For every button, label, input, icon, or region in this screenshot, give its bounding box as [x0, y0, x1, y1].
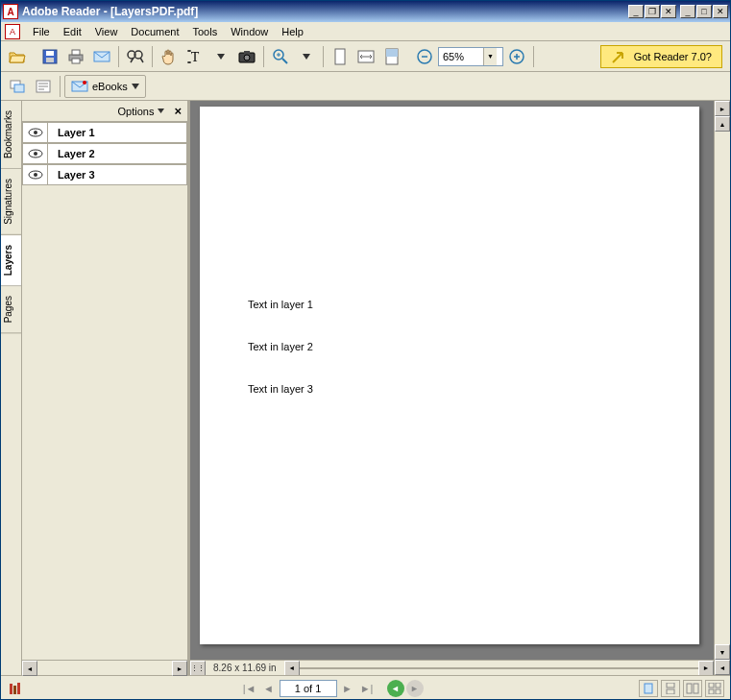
continuous-view-button[interactable]: [661, 680, 680, 697]
menu-window[interactable]: Window: [224, 24, 275, 39]
review-button[interactable]: [5, 74, 30, 99]
doc-window-controls: _ ❐ ✕: [628, 5, 676, 18]
app-maximize-button[interactable]: □: [696, 5, 712, 18]
toolbar-main: T ▼ Got Reader 7.0?: [1, 41, 730, 72]
page-container[interactable]: Text in layer 1 Text in layer 2 Text in …: [190, 101, 714, 660]
svg-rect-17: [386, 49, 398, 57]
svg-rect-35: [667, 683, 674, 688]
layer-item[interactable]: Layer 1: [22, 122, 187, 143]
svg-rect-36: [667, 689, 674, 694]
scroll-up-button[interactable]: ▲: [715, 116, 730, 132]
arrow-icon: [611, 49, 626, 64]
doc-close-button[interactable]: ✕: [661, 5, 676, 18]
svg-rect-31: [10, 684, 12, 694]
actual-size-button[interactable]: [379, 44, 404, 69]
zoom-select-arrow[interactable]: ▼: [483, 48, 497, 65]
tab-signatures[interactable]: Signatures: [1, 169, 21, 235]
facing-view-button[interactable]: [683, 680, 702, 697]
svg-rect-1: [46, 51, 54, 56]
promo-banner[interactable]: Got Reader 7.0?: [600, 45, 722, 68]
menu-file[interactable]: File: [26, 24, 57, 39]
first-page-button[interactable]: |◄: [241, 680, 258, 697]
print-button[interactable]: [63, 44, 88, 69]
zoom-input[interactable]: [443, 51, 483, 62]
layer-item[interactable]: Layer 2: [22, 143, 187, 164]
scroll-down-button[interactable]: ▼: [715, 644, 730, 660]
doc-restore-button[interactable]: ❐: [645, 5, 660, 18]
panel-close-button[interactable]: ×: [174, 104, 182, 118]
ebooks-icon: [71, 80, 88, 93]
back-view-button[interactable]: ◄: [387, 680, 404, 697]
hand-tool-button[interactable]: [157, 44, 182, 69]
snapshot-button[interactable]: [234, 44, 259, 69]
svg-rect-32: [13, 686, 16, 694]
visibility-toggle[interactable]: [23, 123, 48, 142]
prev-page-button[interactable]: ◄: [260, 680, 278, 697]
svg-rect-5: [72, 59, 80, 63]
hscroll-left-button[interactable]: ◄: [284, 661, 300, 676]
tab-bookmarks[interactable]: Bookmarks: [1, 101, 21, 169]
vscroll-track[interactable]: [715, 132, 730, 644]
app-icon: A: [3, 4, 18, 19]
text-select-button[interactable]: T: [183, 44, 207, 69]
ebooks-button[interactable]: eBooks: [64, 75, 146, 98]
save-button[interactable]: [37, 44, 62, 69]
forms-button[interactable]: [31, 74, 56, 99]
zoom-in-circle-button[interactable]: [504, 44, 529, 69]
menu-tools[interactable]: Tools: [186, 24, 225, 39]
menubar: A File Edit View Document Tools Window H…: [1, 22, 730, 41]
forward-view-button[interactable]: ►: [406, 680, 424, 697]
hscroll-right-button[interactable]: ►: [698, 661, 714, 676]
pdf-page: Text in layer 1 Text in layer 2 Text in …: [200, 107, 699, 644]
email-button[interactable]: [89, 44, 114, 69]
fit-width-button[interactable]: [353, 44, 378, 69]
app-minimize-button[interactable]: _: [680, 5, 695, 18]
page-text: Text in layer 1: [248, 299, 313, 310]
menu-help[interactable]: Help: [275, 24, 310, 39]
zoom-input-box[interactable]: ▼: [438, 47, 503, 66]
document-vscrollbar[interactable]: ► ▲ ▼ ◄: [714, 101, 730, 675]
select-dropdown[interactable]: [208, 44, 233, 69]
tab-layers[interactable]: Layers: [1, 235, 21, 286]
scroll-track[interactable]: [37, 661, 172, 675]
titlebar: A Adobe Reader - [LayersPDF.pdf] _ ❐ ✕ _…: [1, 1, 730, 22]
visibility-toggle[interactable]: [23, 144, 48, 163]
zoom-dropdown[interactable]: [294, 44, 319, 69]
panel-options-button[interactable]: Options: [117, 106, 164, 117]
svg-rect-40: [716, 683, 720, 688]
doc-minimize-button[interactable]: _: [628, 5, 644, 18]
open-button[interactable]: [5, 44, 30, 69]
scroll-right-button[interactable]: ►: [172, 661, 187, 676]
svg-point-24: [83, 81, 86, 84]
fit-page-button[interactable]: [328, 44, 353, 69]
scroll-up-button-alt[interactable]: ►: [715, 101, 730, 116]
menu-view[interactable]: View: [88, 24, 125, 39]
continuous-facing-view-button[interactable]: [705, 680, 724, 697]
page-number-input[interactable]: [280, 680, 337, 697]
single-page-view-button[interactable]: [639, 680, 658, 697]
svg-rect-2: [46, 58, 54, 62]
svg-rect-33: [17, 683, 20, 694]
document-area: Text in layer 1 Text in layer 2 Text in …: [190, 101, 730, 675]
next-page-button[interactable]: ►: [339, 680, 356, 697]
app-close-button[interactable]: ✕: [713, 5, 728, 18]
hscroll-track[interactable]: [300, 667, 698, 669]
visibility-toggle[interactable]: [23, 165, 48, 184]
search-button[interactable]: [123, 44, 148, 69]
svg-rect-41: [709, 689, 714, 694]
zoom-in-button[interactable]: [268, 44, 293, 69]
bookshelf-button[interactable]: [7, 679, 26, 698]
grabber-icon[interactable]: ⋮⋮: [190, 661, 206, 676]
layer-item[interactable]: Layer 3: [22, 164, 187, 185]
svg-point-11: [244, 55, 250, 60]
menu-document[interactable]: Document: [124, 24, 185, 39]
zoom-out-button[interactable]: [412, 44, 437, 69]
menu-edit[interactable]: Edit: [57, 24, 88, 39]
scroll-left-button[interactable]: ◄: [22, 661, 37, 676]
tab-pages[interactable]: Pages: [1, 286, 21, 333]
document-bottom-bar: ⋮⋮ 8.26 x 11.69 in ◄ ►: [190, 660, 714, 675]
last-page-button[interactable]: ►|: [358, 680, 376, 697]
panel-hscrollbar[interactable]: ◄ ►: [22, 660, 187, 675]
side-tab-strip: Bookmarks Signatures Layers Pages: [1, 101, 22, 675]
scroll-down-button-alt[interactable]: ◄: [715, 660, 730, 675]
